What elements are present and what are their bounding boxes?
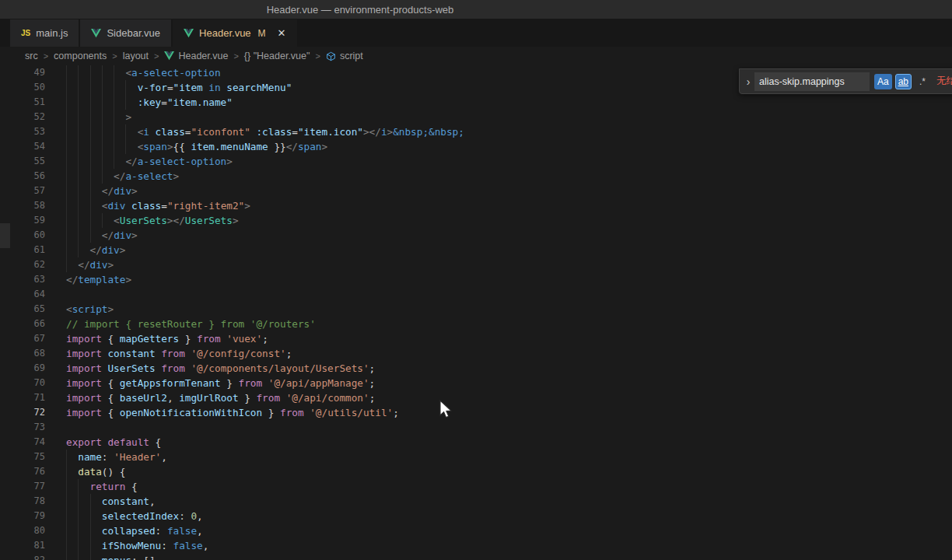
code-line[interactable]: 54 <span>{{ item.menuName }}</span> bbox=[0, 139, 952, 154]
code-line[interactable]: 65<script> bbox=[0, 302, 952, 317]
code-line[interactable]: 78 constant, bbox=[0, 494, 952, 509]
indent-guide bbox=[90, 65, 91, 80]
code-line[interactable]: 51 :key="item.name" bbox=[0, 95, 952, 110]
code-line[interactable]: 71import { baseUrl2, imgUrlRoot } from '… bbox=[0, 390, 952, 405]
code-text: <UserSets></UserSets> bbox=[66, 213, 239, 228]
code-line[interactable]: 79 selectedIndex: 0, bbox=[0, 509, 952, 523]
indent-guide bbox=[114, 124, 114, 139]
code-text: </div> bbox=[66, 243, 125, 257]
code-line[interactable]: 55 </a-select-option> bbox=[0, 154, 952, 169]
code-line[interactable]: 76 data() { bbox=[0, 464, 952, 479]
chevron-right-icon: > bbox=[154, 51, 159, 61]
indent-guide bbox=[90, 228, 91, 243]
code-text: </template> bbox=[66, 272, 131, 287]
indent-guide bbox=[78, 198, 79, 213]
code-line[interactable]: 58 <div class="right-item2"> bbox=[0, 198, 952, 213]
indent-guide bbox=[66, 139, 67, 154]
whole-word-icon[interactable]: ab bbox=[895, 74, 912, 89]
line-number: 78 bbox=[0, 494, 45, 509]
indent-guide bbox=[102, 95, 103, 110]
regex-icon[interactable]: .* bbox=[915, 74, 930, 89]
indent-guide bbox=[66, 464, 67, 479]
line-number: 65 bbox=[0, 302, 45, 317]
code-text: import UserSets from '@/components/layou… bbox=[66, 361, 375, 376]
code-line[interactable]: 74export default { bbox=[0, 435, 952, 450]
indent-guide bbox=[66, 184, 67, 198]
line-number: 71 bbox=[0, 390, 45, 405]
line-number: 58 bbox=[0, 198, 45, 213]
code-line[interactable]: 80 collapsed: false, bbox=[0, 523, 952, 538]
code-line[interactable]: 62 </div> bbox=[0, 257, 952, 272]
code-line[interactable]: 70import { getAppsformTenant } from '@/a… bbox=[0, 376, 952, 390]
breadcrumb-item-src[interactable]: src bbox=[25, 51, 38, 61]
code-line[interactable]: 59 <UserSets></UserSets> bbox=[0, 213, 952, 228]
indent-guide bbox=[66, 553, 67, 560]
code-line[interactable]: 69import UserSets from '@/components/lay… bbox=[0, 361, 952, 376]
indent-guide bbox=[78, 538, 79, 553]
indent-guide bbox=[90, 184, 91, 198]
cube-icon bbox=[326, 51, 336, 61]
indent-guide bbox=[102, 213, 103, 228]
line-number: 70 bbox=[0, 376, 45, 390]
indent-guide bbox=[102, 110, 103, 124]
left-edge-highlight bbox=[0, 223, 10, 248]
editor-code-area[interactable]: 49 <a-select-option50 v-for="item in sea… bbox=[0, 65, 952, 560]
find-toggle-chevron-icon[interactable]: › bbox=[744, 75, 752, 88]
indent-guide bbox=[78, 228, 79, 243]
code-line[interactable]: 82 menus: [] bbox=[0, 553, 952, 560]
code-line[interactable]: 61 </div> bbox=[0, 243, 952, 257]
indent-guide bbox=[78, 213, 79, 228]
indent-guide bbox=[78, 95, 79, 110]
indent-guide bbox=[66, 523, 67, 538]
find-results-count: 无结 bbox=[936, 75, 952, 88]
breadcrumb-item--header-vue-[interactable]: {} "Header.vue" bbox=[244, 51, 310, 61]
code-line[interactable]: 72import { openNotificationWithIcon } fr… bbox=[0, 405, 952, 420]
find-widget: › Aa ab .* 无结 bbox=[739, 68, 952, 94]
line-number: 57 bbox=[0, 184, 45, 198]
code-line[interactable]: 67import { mapGetters } from 'vuex'; bbox=[0, 331, 952, 346]
indent-guide bbox=[78, 80, 79, 95]
indent-guide bbox=[66, 228, 67, 243]
indent-guide bbox=[78, 184, 79, 198]
breadcrumb-item-header-vue[interactable]: Header.vue bbox=[164, 51, 228, 61]
breadcrumb-item-script[interactable]: script bbox=[326, 51, 363, 61]
code-text: collapsed: false, bbox=[66, 523, 203, 538]
breadcrumb-item-components[interactable]: components bbox=[54, 51, 107, 61]
code-line[interactable]: 73 bbox=[0, 420, 952, 435]
tab-main-js[interactable]: JSmain.js bbox=[10, 19, 79, 47]
code-line[interactable]: 81 ifShowMenu: false, bbox=[0, 538, 952, 553]
code-line[interactable]: 68import constant from '@/config/const'; bbox=[0, 346, 952, 361]
indent-guide bbox=[78, 139, 79, 154]
tab-header-vue[interactable]: Header.vueM✕ bbox=[173, 19, 296, 47]
indent-guide bbox=[66, 169, 67, 184]
indent-guide bbox=[66, 95, 67, 110]
code-line[interactable]: 66// import { resetRouter } from '@/rout… bbox=[0, 317, 952, 331]
code-text: ifShowMenu: false, bbox=[66, 538, 208, 553]
breadcrumb-item-layout[interactable]: layout bbox=[123, 51, 149, 61]
code-line[interactable]: 57 </div> bbox=[0, 184, 952, 198]
code-text: constant, bbox=[66, 494, 156, 509]
code-text: </a-select> bbox=[66, 169, 179, 184]
tab-sidebar-vue[interactable]: Sidebar.vue bbox=[80, 19, 171, 47]
code-line[interactable]: 77 return { bbox=[0, 479, 952, 494]
code-line[interactable]: 52 > bbox=[0, 110, 952, 124]
line-number: 66 bbox=[0, 317, 45, 331]
indent-guide bbox=[66, 154, 67, 169]
code-line[interactable]: 75 name: 'Header', bbox=[0, 450, 952, 464]
indent-guide bbox=[78, 523, 79, 538]
code-line[interactable]: 64 bbox=[0, 287, 952, 302]
code-line[interactable]: 53 <i class="iconfont" :class="item.icon… bbox=[0, 124, 952, 139]
line-number: 67 bbox=[0, 331, 45, 346]
line-number: 50 bbox=[0, 80, 45, 95]
code-line[interactable]: 56 </a-select> bbox=[0, 169, 952, 184]
code-line[interactable]: 60 </div> bbox=[0, 228, 952, 243]
match-case-icon[interactable]: Aa bbox=[874, 74, 892, 89]
indent-guide bbox=[90, 509, 91, 523]
indent-guide bbox=[114, 95, 114, 110]
chevron-right-icon: > bbox=[233, 51, 238, 61]
find-input[interactable] bbox=[754, 72, 870, 91]
code-text: </div> bbox=[66, 184, 138, 198]
code-line[interactable]: 63</template> bbox=[0, 272, 952, 287]
close-icon[interactable]: ✕ bbox=[278, 28, 286, 38]
indent-guide bbox=[114, 80, 114, 95]
